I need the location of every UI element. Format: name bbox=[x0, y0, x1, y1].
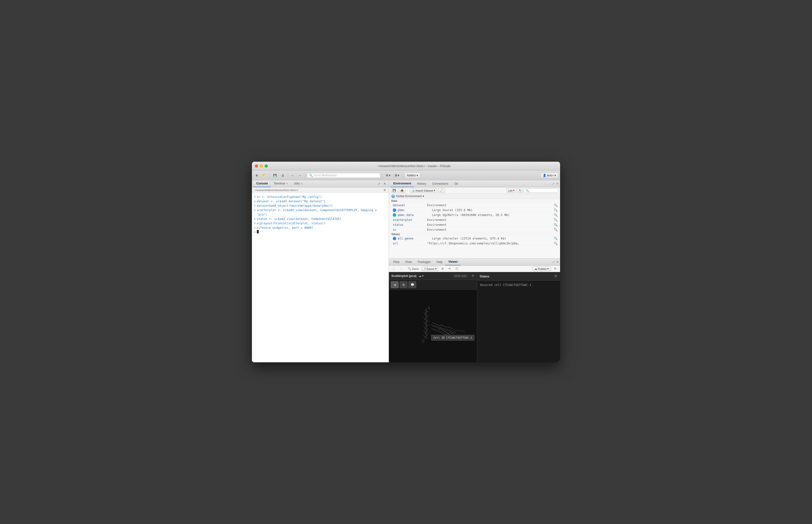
tab-connections[interactable]: Connections bbox=[429, 181, 451, 187]
env-row-url[interactable]: url "https://cf.10xgenomics.com/samples/… bbox=[389, 241, 560, 246]
env-row-vc[interactable]: vc Environment 🔍 bbox=[389, 227, 560, 232]
print-button[interactable]: 🖨 bbox=[280, 173, 286, 178]
env-magnify-pbmc[interactable]: 🔍 bbox=[554, 208, 558, 212]
svg-point-140 bbox=[442, 329, 443, 330]
left-panel-expand-button[interactable]: ⤢ bbox=[377, 181, 381, 186]
env-magnify-status[interactable]: 🔍 bbox=[554, 223, 558, 227]
env-magnify-pbmc-data[interactable]: 🔍 bbox=[554, 213, 558, 217]
svg-point-7 bbox=[427, 318, 427, 318]
jobs-close-icon[interactable]: ✕ bbox=[301, 182, 303, 185]
svg-point-79 bbox=[438, 325, 439, 325]
svg-point-1 bbox=[427, 311, 427, 312]
lasso-tool-button[interactable]: 💬 bbox=[409, 281, 416, 288]
env-panel-controls: ⤢ ✕ bbox=[552, 182, 559, 185]
env-row-status[interactable]: status Environment 🔍 bbox=[389, 223, 560, 227]
code-tools-button[interactable]: ⚙ ▾ bbox=[384, 173, 392, 178]
clear-btn-icon: ☐ bbox=[455, 267, 458, 270]
scatter-cloud-button[interactable]: ☁ ▾ bbox=[418, 274, 424, 278]
select-tool-button[interactable]: ◄ bbox=[391, 281, 399, 288]
svg-point-159 bbox=[422, 341, 423, 342]
svg-point-161 bbox=[422, 340, 422, 341]
svg-point-53 bbox=[433, 326, 433, 327]
goto-file-box[interactable]: 🔍 Go to file/function bbox=[307, 173, 380, 178]
status-close-button[interactable]: ✕ bbox=[554, 274, 558, 279]
nav-forward-button[interactable]: → bbox=[297, 173, 303, 178]
tab-environment[interactable]: Environment bbox=[390, 180, 414, 187]
viewer-brush-button[interactable]: ✏ bbox=[447, 266, 452, 271]
prompt-1: > bbox=[254, 195, 255, 199]
load-env-button[interactable]: 📥 bbox=[399, 188, 405, 193]
list-view-button[interactable]: List ▾ bbox=[507, 188, 516, 193]
console-content: > vc <- VitessceConfig$new("My config") … bbox=[252, 193, 388, 362]
box-select-tool-button[interactable]: ⊞ bbox=[400, 281, 408, 288]
tab-jobs[interactable]: Jobs ✕ bbox=[291, 180, 306, 187]
tab-files[interactable]: Files bbox=[390, 259, 402, 265]
viewer-expand-icon[interactable]: ⤢ bbox=[552, 260, 555, 264]
env-search-input[interactable] bbox=[524, 189, 558, 193]
import-dataset-button[interactable]: 📊 Import Dataset ▾ bbox=[410, 188, 437, 193]
terminal-close-icon[interactable]: ✕ bbox=[286, 182, 288, 185]
svg-point-119 bbox=[430, 335, 431, 335]
viewer-close-icon[interactable]: ✕ bbox=[556, 260, 559, 264]
viewer-refresh-button[interactable]: ↻ bbox=[552, 266, 558, 271]
save-button[interactable]: 💾 bbox=[271, 173, 279, 178]
viewer-zoom-button[interactable]: 🔍 Zoom bbox=[406, 266, 420, 271]
tab-git[interactable]: Git bbox=[451, 181, 461, 187]
svg-point-58 bbox=[438, 327, 439, 327]
user-button[interactable]: 👤 test-r ▾ bbox=[541, 173, 558, 178]
env-row-scatterplot[interactable]: scatterplot Environment 🔍 bbox=[389, 217, 560, 223]
tab-packages[interactable]: Packages bbox=[415, 259, 434, 265]
save-env-button[interactable]: 💾 bbox=[391, 188, 398, 193]
svg-point-24 bbox=[426, 337, 427, 338]
publish-button[interactable]: ☁ Publish ▾ bbox=[532, 266, 551, 271]
viewer-back-button[interactable]: ← bbox=[391, 267, 397, 271]
viewer-options-button[interactable]: ⊞ ▾ bbox=[393, 173, 401, 178]
left-panel-close-button[interactable]: ✕ bbox=[382, 181, 387, 186]
viewer-clear-button[interactable]: ☐ bbox=[454, 266, 460, 271]
console-path: ~/research/dbmi/vitessce/test-r/test-r/ bbox=[254, 189, 298, 192]
viewer-forward-button[interactable]: → bbox=[398, 267, 404, 271]
tab-plots[interactable]: Plots bbox=[402, 259, 415, 265]
env-magnify-scatterplot[interactable]: 🔍 bbox=[554, 218, 558, 222]
svg-point-95 bbox=[435, 330, 435, 330]
env-magnify-dataset[interactable]: 🔍 bbox=[554, 203, 558, 207]
svg-point-19 bbox=[426, 331, 427, 332]
addins-button[interactable]: Addins ▾ bbox=[404, 173, 420, 178]
maximize-button[interactable] bbox=[265, 164, 268, 167]
tab-viewer[interactable]: Viewer bbox=[445, 259, 461, 265]
nav-back-button[interactable]: ← bbox=[289, 173, 296, 178]
clear-icon: 🧹 bbox=[440, 189, 443, 192]
env-row-dataset[interactable]: dataset Environment 🔍 bbox=[389, 203, 560, 208]
tab-history[interactable]: History bbox=[414, 181, 429, 187]
env-refresh-button[interactable]: ↻ bbox=[517, 188, 523, 193]
close-button[interactable] bbox=[255, 164, 258, 167]
scatter-close-button[interactable]: ✕ bbox=[471, 274, 475, 278]
env-name-scatterplot: scatterplot bbox=[393, 218, 427, 222]
new-file-button[interactable]: ⊕ bbox=[254, 173, 260, 178]
clear-env-button[interactable]: 🧹 bbox=[438, 188, 445, 193]
env-magnify-vc[interactable]: 🔍 bbox=[554, 228, 558, 231]
import-dataset-label: Import Dataset bbox=[416, 189, 433, 192]
svg-point-101 bbox=[442, 332, 442, 333]
svg-point-127 bbox=[440, 338, 440, 338]
open-file-button[interactable]: 📂 bbox=[261, 173, 268, 178]
env-row-all-genes[interactable]: all.genes Large character (13714 element… bbox=[389, 236, 560, 241]
viewer-stop-button[interactable]: ⊘ bbox=[440, 266, 445, 271]
env-row-pbmc[interactable]: pbmc Large Seurat (335.6 Mb) 🔍 bbox=[389, 208, 560, 213]
viewer-export-button[interactable]: ↗ Export ▾ bbox=[422, 266, 438, 271]
publish-icon: ☁ bbox=[534, 267, 537, 270]
console-clear-button[interactable]: ⊠ bbox=[383, 188, 387, 192]
env-expand-icon[interactable]: ⤢ bbox=[552, 182, 555, 185]
env-row-pbmc-data[interactable]: pbmc.data Large dgCMatrix (88392600 elem… bbox=[389, 213, 560, 217]
env-close-icon[interactable]: ✕ bbox=[556, 182, 559, 185]
tab-terminal[interactable]: Terminal ✕ bbox=[271, 180, 291, 187]
tab-help[interactable]: Help bbox=[434, 259, 446, 265]
prompt-cursor: > bbox=[254, 230, 255, 234]
code-1: vc <- VitessceConfig$new("My config") bbox=[256, 195, 322, 199]
env-magnify-all-genes[interactable]: 🔍 bbox=[554, 236, 558, 240]
tab-console[interactable]: Console bbox=[253, 180, 271, 187]
env-magnify-url[interactable]: 🔍 bbox=[554, 242, 558, 245]
svg-point-75 bbox=[434, 323, 434, 324]
minimize-button[interactable] bbox=[260, 164, 263, 167]
env-value-pbmc: Large Seurat (335.6 Mb) bbox=[432, 209, 554, 212]
